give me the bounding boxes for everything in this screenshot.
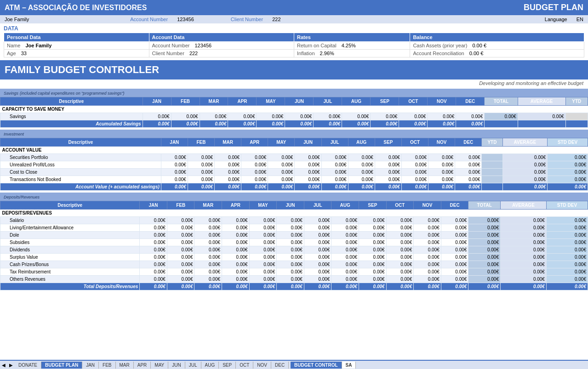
deposits-row: Others Revenues0.00€0.00€0.00€0.00€0.00€… [0, 276, 588, 283]
acc-num-value: 123456 [195, 43, 212, 48]
inv-apr: APR [241, 138, 268, 147]
dep-desc-header: Descriptive [0, 201, 140, 210]
savings-desc-header: Descriptive [0, 97, 143, 106]
dep-mar: MAR [194, 201, 222, 210]
client-num-value: 222 [189, 51, 198, 56]
deposits-header-row: Descriptive JAN FEB MAR APR MAY JUN JUL … [0, 201, 588, 210]
inv-ytd-header: YTD [482, 138, 502, 147]
savings-category-row: CAPACITY TO SAVE MONEY [0, 106, 588, 113]
savings-jan-header: JAN [143, 97, 171, 106]
inv-std-header: STD DEV [548, 138, 588, 147]
deposits-section-bar: Deposits/Revenues [0, 193, 588, 201]
dep-apr: APR [222, 201, 250, 210]
savings-apr-header: APR [228, 97, 257, 106]
header: ATM – ASSOCIAÇÃO DE INVESTIDORES BUDGET … [0, 0, 588, 15]
savings-oct-header: OCT [399, 97, 428, 106]
dep-may: MAY [249, 201, 277, 210]
savings-aug-header: AUG [342, 97, 371, 106]
return-value: 4.25% [342, 43, 356, 48]
investment-row: Securities Portfolio0.00€0.00€0.00€0.00€… [0, 154, 588, 161]
client-num-label: Client Number [152, 51, 184, 56]
investment-row: Cost to Close0.00€0.00€0.00€0.00€0.00€0.… [0, 169, 588, 176]
acc-num-label: Account Number [152, 43, 190, 48]
deposits-row: Cash Prizes/Bonus0.00€0.00€0.00€0.00€0.0… [0, 261, 588, 268]
data-label: DATA [4, 25, 584, 32]
savings-section-bar: Savings (included capital expenditures o… [0, 89, 588, 97]
deposits-row: Living/Entertainment Allowance0.00€0.00€… [0, 224, 588, 232]
rates-header: Rates [294, 33, 410, 42]
investment-desc-header: Descriptive [0, 138, 161, 147]
inv-may: MAY [268, 138, 295, 147]
savings-header-row: Descriptive JAN FEB MAR APR MAY JUN JUL … [0, 97, 588, 106]
reconciliation-value: 0.00 € [469, 51, 484, 56]
deposits-row: Salário0.00€0.00€0.00€0.00€0.00€0.00€0.0… [0, 217, 588, 224]
data-section: DATA Personal Data Account Data Rates Ba… [0, 23, 588, 58]
language-value: EN [577, 17, 583, 22]
name-value: Joe Family [25, 43, 51, 48]
app-title: ATM – ASSOCIAÇÃO DE INVESTIDORES [5, 4, 147, 12]
dep-total-header: TOTAL [468, 201, 501, 210]
dep-jan: JAN [140, 201, 167, 210]
inv-mar: MAR [215, 138, 241, 147]
inv-jul: JUL [321, 138, 348, 147]
name-label: Name [7, 43, 20, 48]
savings-row: Acumulated Savings0.00€0.00€0.00€0.00€0.… [0, 120, 588, 128]
personal-data-header: Personal Data [4, 33, 149, 42]
deposits-row: Total Deposits/Revenues0.00€0.00€0.00€0.… [0, 283, 588, 290]
inv-oct: OCT [401, 138, 428, 147]
inv-jun: JUN [295, 138, 321, 147]
inv-sep: SEP [375, 138, 401, 147]
deposits-row: Surplus Value0.00€0.00€0.00€0.00€0.00€0.… [0, 254, 588, 261]
fbc-subtitle: Developing and monitoring an effective b… [0, 79, 588, 87]
savings-mar-header: MAR [200, 97, 228, 106]
subheader: Joe Family Account Number 123456 Client … [0, 15, 588, 23]
deposits-row: Tax Reimbursement0.00€0.00€0.00€0.00€0.0… [0, 268, 588, 276]
client-number-label: Client Number [231, 17, 263, 22]
client-number-value: 222 [272, 17, 280, 22]
deposits-row: Dole0.00€0.00€0.00€0.00€0.00€0.00€0.00€0… [0, 232, 588, 239]
data-row-2: Age 33 Client Number 222 Inflation 2.96%… [4, 50, 584, 57]
cash-label: Cash Assets (prior year) [413, 43, 467, 48]
investment-row: Transactions Not Booked0.00€0.00€0.00€0.… [0, 176, 588, 183]
return-label: Return on Capital [297, 43, 337, 48]
client-name: Joe Family [5, 17, 29, 22]
dep-feb: FEB [167, 201, 194, 210]
savings-dec-header: DEC [456, 97, 485, 106]
savings-sep-header: SEP [371, 97, 399, 106]
savings-total-header: TOTAL [485, 97, 518, 106]
savings-jun-header: JUN [285, 97, 314, 106]
deposits-row: Dividends0.00€0.00€0.00€0.00€0.00€0.00€0… [0, 246, 588, 254]
reconciliation-label: Account Reconciliation [413, 51, 464, 56]
dep-sep: SEP [359, 201, 387, 210]
account-data-header: Account Data [149, 33, 294, 42]
savings-feb-header: FEB [171, 97, 200, 106]
inflation-value: 2.96% [320, 51, 334, 56]
investment-row: Unrealized Profit/Loss0.00€0.00€0.00€0.0… [0, 161, 588, 169]
account-number-label: Account Number [130, 17, 168, 22]
cash-value: 0.00 € [472, 43, 486, 48]
budget-plan-title: BUDGET PLAN [524, 3, 583, 12]
balance-header: Balance [410, 33, 584, 42]
savings-table: Descriptive JAN FEB MAR APR MAY JUN JUL … [0, 97, 588, 128]
account-number-value: 123456 [177, 17, 194, 22]
dep-aug: AUG [331, 201, 359, 210]
fbc-header: FAMILY BUDGET CONTROLLER [0, 60, 588, 79]
dep-oct: OCT [386, 201, 414, 210]
deposits-category-row: DEPOSITS/REVENUES [0, 210, 588, 217]
data-info-table: Personal Data Account Data Rates Balance… [4, 33, 584, 57]
dep-jun: JUN [277, 201, 304, 210]
inv-feb: FEB [188, 138, 214, 147]
age-label: Age [7, 51, 16, 56]
savings-may-header: MAY [257, 97, 285, 106]
inv-jan: JAN [161, 138, 188, 147]
language-label: Language [545, 17, 567, 22]
investment-category-row: ACCOUNT VALUE [0, 147, 588, 154]
dep-dec: DEC [441, 201, 468, 210]
inv-dec: DEC [455, 138, 482, 147]
savings-avg-header: AVERAGE [518, 97, 565, 106]
inv-aug: AUG [348, 138, 375, 147]
age-value: 33 [21, 51, 27, 56]
investment-header-row: Descriptive JAN FEB MAR APR MAY JUN JUL … [0, 138, 588, 147]
savings-nov-header: NOV [428, 97, 456, 106]
savings-ytd-header: YTD [565, 97, 588, 106]
